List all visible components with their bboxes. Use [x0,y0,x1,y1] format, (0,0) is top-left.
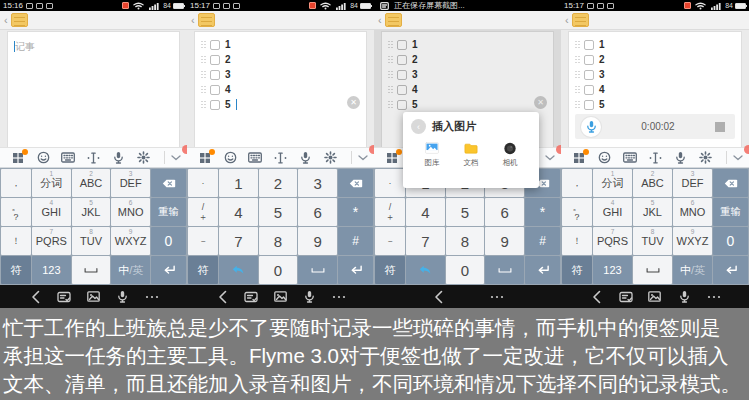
back-chevron-icon[interactable]: ‹ [4,15,8,26]
back-chevron-icon[interactable]: ‹ [565,15,569,26]
key-3[interactable]: 3 [298,169,337,197]
key-6[interactable]: 6 [298,198,337,226]
checklist-row[interactable]: 1 [575,37,735,52]
enter-key[interactable] [525,256,560,284]
note-area[interactable]: 12345✕ [187,30,374,147]
checkbox[interactable] [210,40,220,50]
drag-handle-icon[interactable] [201,71,205,79]
drag-handle-icon[interactable] [575,71,579,79]
back-icon[interactable] [214,289,230,305]
mic-icon[interactable] [673,151,687,165]
key-*[interactable]: * [338,198,373,226]
grid-icon[interactable] [198,151,212,165]
key-2[interactable]: 2 [259,169,298,197]
key-123[interactable]: 123 [32,256,71,284]
clear-row-button[interactable]: ✕ [347,96,360,109]
key-，[interactable]: ， [562,169,592,197]
key-WXYZ[interactable]: 9WXYZ [111,227,150,255]
key-·[interactable]: · [188,169,218,197]
drag-handle-icon[interactable] [575,56,579,64]
gear-icon[interactable] [699,151,713,165]
key-0[interactable]: 0 [446,256,485,284]
space-key[interactable] [633,256,672,284]
text-cursor-icon[interactable] [274,151,288,165]
checkbox[interactable] [210,85,220,95]
enter-key[interactable] [151,256,186,284]
key-6[interactable]: 6 [485,198,524,226]
gear-icon[interactable] [324,151,338,165]
key-符[interactable]: 符 [375,256,405,284]
key-/＋[interactable]: / ＋ [188,198,218,226]
enter-key[interactable] [713,256,748,284]
more-icon[interactable] [331,289,347,305]
note-list-icon[interactable] [243,289,259,305]
note-list-icon[interactable] [56,289,72,305]
drag-handle-icon[interactable] [201,41,205,49]
backspace-key[interactable] [713,169,748,197]
checkbox[interactable] [584,70,594,80]
drag-handle-icon[interactable] [201,56,205,64]
mic-icon[interactable] [676,289,692,305]
back-icon[interactable] [430,289,446,305]
backspace-key[interactable] [151,169,186,197]
image-icon[interactable] [272,289,288,305]
more-icon[interactable] [144,289,160,305]
key-ABC[interactable]: 2ABC [633,169,672,197]
key-中[interactable]: 中/英 [111,256,150,284]
key-重输[interactable]: 重输 [151,198,186,226]
key-0[interactable]: 0 [151,227,186,255]
key-7[interactable]: 7 [406,227,445,255]
smiley-icon[interactable] [223,151,237,165]
key-9[interactable]: 9 [298,227,337,255]
key-DEF[interactable]: 3DEF [111,169,150,197]
key-符[interactable]: 符 [1,256,31,284]
key-TUV[interactable]: 8TUV [72,227,111,255]
key-0[interactable]: 0 [713,227,748,255]
key-7[interactable]: 7 [219,227,258,255]
key-！[interactable]: ！ [1,227,31,255]
popup-option-camera[interactable]: 相机 [495,141,525,168]
key-JKL[interactable]: 5JKL [633,198,672,226]
checklist-row[interactable]: 4 [201,82,360,97]
checklist-row[interactable]: 4 [575,82,735,97]
key-1[interactable]: 1 [219,169,258,197]
drag-handle-icon[interactable] [201,101,205,109]
gear-icon[interactable] [137,151,151,165]
key-5[interactable]: 5 [446,198,485,226]
key-#[interactable]: # [338,227,373,255]
note-area[interactable]: 记事 [0,30,187,147]
key-符[interactable]: 符 [188,256,218,284]
key-－[interactable]: － [188,227,218,255]
key-WXYZ[interactable]: 9WXYZ [673,227,712,255]
back-icon[interactable] [27,289,43,305]
keyboard-icon[interactable] [248,151,262,165]
key-MNO[interactable]: 6MNO [673,198,712,226]
key-符[interactable]: 符 [562,256,592,284]
text-cursor-icon[interactable] [87,151,101,165]
checkbox[interactable] [584,100,594,110]
key-0[interactable]: 0 [259,256,298,284]
key-ABC[interactable]: 2ABC [72,169,111,197]
key-分词[interactable]: 1分词 [32,169,71,197]
key-－[interactable]: － [375,227,405,255]
keyboard-icon[interactable] [61,151,75,165]
key-JKL[interactable]: 5JKL [72,198,111,226]
key-8[interactable]: 8 [259,227,298,255]
key-5[interactable]: 5 [259,198,298,226]
image-icon[interactable] [647,289,663,305]
smiley-icon[interactable] [598,151,612,165]
checkbox[interactable] [210,55,220,65]
checklist-row[interactable]: 3 [201,67,360,82]
mic-icon[interactable] [302,289,318,305]
image-icon[interactable] [85,289,101,305]
popup-option-folder[interactable]: 文档 [456,141,486,168]
note-card[interactable]: 12345✕ [194,31,367,147]
key-4[interactable]: 4 [219,198,258,226]
key-，[interactable]: ， [1,169,31,197]
record-mic-button[interactable] [581,117,601,137]
popup-option-gallery[interactable]: 图库 [417,141,447,168]
text-cursor-icon[interactable] [648,151,662,165]
key-重输[interactable]: 重输 [713,198,748,226]
checkbox[interactable] [210,70,220,80]
mic-icon[interactable] [112,151,126,165]
